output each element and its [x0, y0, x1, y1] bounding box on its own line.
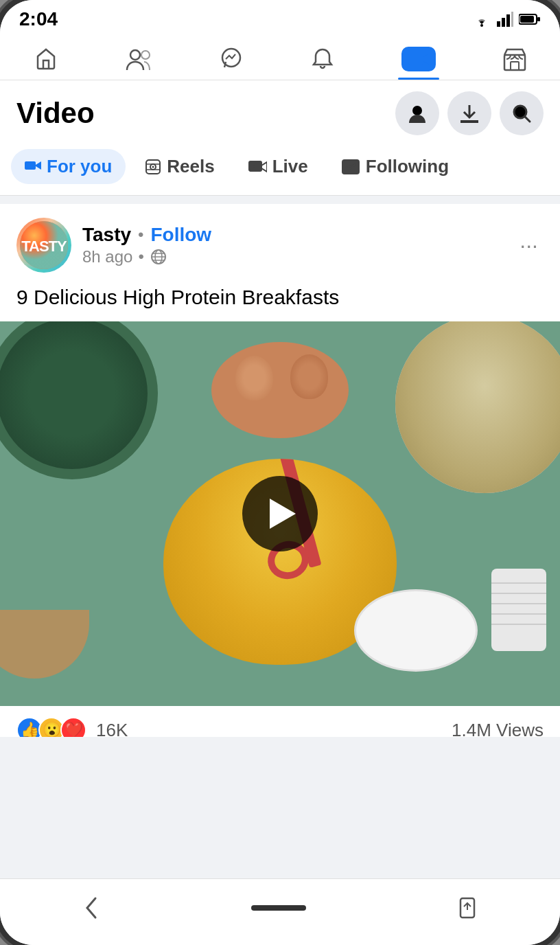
- svg-rect-15: [25, 161, 36, 170]
- rotate-button[interactable]: [444, 890, 491, 926]
- status-icons: [472, 12, 541, 27]
- nav-item-friends[interactable]: [111, 43, 166, 76]
- eggs-bowl: [211, 342, 349, 438]
- tab-reels[interactable]: Reels: [131, 149, 228, 184]
- globe-icon-1: [150, 248, 167, 266]
- svg-point-18: [152, 166, 154, 168]
- reaction-count-1: 16K: [96, 720, 128, 738]
- signal-icon: [497, 12, 513, 27]
- nav-item-home[interactable]: [20, 43, 72, 76]
- post-time-1: 8h ago: [82, 247, 132, 266]
- tab-live-label: Live: [272, 156, 308, 177]
- post-user-details-1: Tasty • Follow 8h ago •: [82, 224, 211, 266]
- views-count-1: 1.4M Views: [452, 720, 544, 738]
- svg-rect-1: [497, 21, 500, 27]
- back-button[interactable]: [69, 890, 113, 926]
- video-thumbnail-1[interactable]: [0, 321, 560, 706]
- svg-text:TASTY: TASTY: [21, 238, 67, 255]
- tab-following[interactable]: Following: [327, 149, 463, 184]
- nav-item-marketplace[interactable]: [489, 43, 541, 76]
- svg-point-13: [412, 106, 422, 115]
- status-bar: 2:04: [0, 0, 560, 36]
- tab-bar: For you Reels Live: [0, 144, 560, 196]
- video-page-header: Video: [0, 80, 560, 144]
- meta-dot-1: •: [138, 247, 143, 266]
- battery-icon: [519, 13, 541, 25]
- cloth: [491, 569, 546, 651]
- tab-for-you[interactable]: For you: [11, 149, 126, 184]
- avatar-tasty[interactable]: TASTY: [16, 218, 71, 273]
- profile-button[interactable]: [395, 91, 439, 135]
- white-plate: [354, 589, 478, 672]
- post-user-info-1: TASTY Tasty • Follow 8h ago •: [16, 218, 211, 273]
- svg-rect-7: [537, 17, 540, 21]
- nav-item-notifications[interactable]: [296, 43, 349, 76]
- video-page-title: Video: [16, 97, 95, 130]
- post-user-name-1: Tasty: [82, 224, 131, 246]
- love-emoji: ❤️: [60, 717, 86, 737]
- nav-item-video[interactable]: [388, 43, 450, 76]
- svg-point-9: [141, 51, 150, 59]
- follow-link-1[interactable]: Follow: [150, 224, 211, 246]
- post-header-1: TASTY Tasty • Follow 8h ago •: [0, 204, 560, 281]
- dot-separator-1: •: [138, 225, 143, 244]
- header-actions: [395, 91, 544, 135]
- svg-rect-6: [520, 16, 534, 23]
- post-card-1: TASTY Tasty • Follow 8h ago •: [0, 204, 560, 737]
- tab-live[interactable]: Live: [234, 149, 322, 184]
- home-indicator[interactable]: [251, 905, 306, 911]
- reaction-bar-1: 👍 😮 ❤️ 16K 1.4M Views: [0, 706, 560, 737]
- search-button[interactable]: [500, 91, 544, 135]
- tab-following-label: Following: [366, 156, 449, 177]
- nav-bar: [0, 36, 560, 80]
- reaction-emojis-1: 👍 😮 ❤️: [16, 717, 82, 737]
- svg-point-22: [253, 165, 255, 168]
- tab-reels-label: Reels: [167, 156, 214, 177]
- tab-for-you-label: For you: [47, 156, 112, 177]
- post-meta-1: 8h ago •: [82, 247, 211, 266]
- video-active-bg: [401, 47, 436, 71]
- reaction-left-1: 👍 😮 ❤️ 16K: [16, 717, 128, 737]
- content-area: Video: [0, 80, 560, 737]
- bottom-nav: [0, 878, 560, 945]
- download-button[interactable]: [447, 91, 491, 135]
- svg-point-8: [130, 50, 140, 60]
- status-time: 2:04: [19, 8, 58, 30]
- play-button-1[interactable]: [242, 476, 318, 551]
- grain-bowl: [395, 321, 560, 493]
- more-btn-1[interactable]: ···: [514, 230, 544, 261]
- nav-item-messenger[interactable]: [205, 43, 257, 76]
- post-user-name-row-1: Tasty • Follow: [82, 224, 211, 246]
- svg-point-0: [480, 24, 483, 27]
- phone-frame: 2:04: [0, 0, 560, 945]
- svg-rect-4: [511, 12, 513, 27]
- svg-rect-12: [511, 62, 519, 70]
- svg-rect-3: [506, 14, 510, 27]
- post-title-1: 9 Delicious High Protein Breakfasts: [0, 281, 560, 321]
- svg-rect-2: [502, 18, 505, 27]
- wifi-icon: [472, 12, 491, 27]
